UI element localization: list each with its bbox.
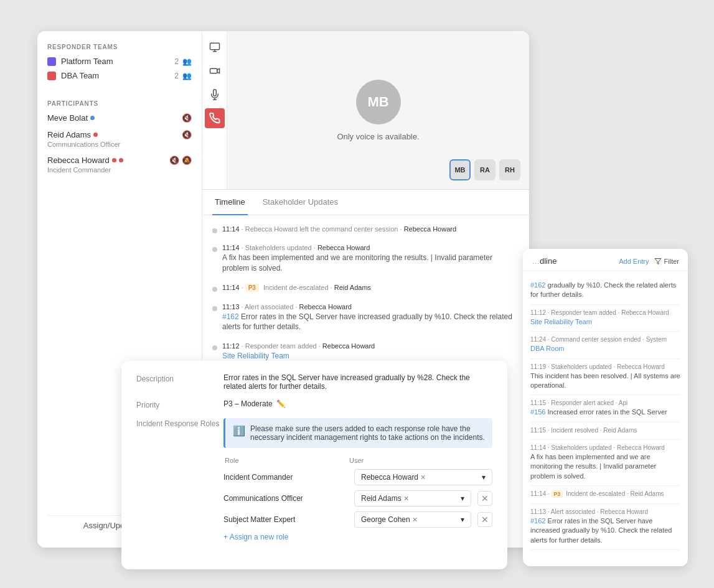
tl-item-2: 11:14 · P3 Incident de-escalated · Reid … (212, 279, 519, 298)
role-select-2[interactable]: George Cohen ✕ ▾ (354, 511, 471, 528)
team-count-platform: 2 (174, 57, 179, 66)
remove-user-0[interactable]: ✕ (420, 474, 426, 481)
p3-badge: P3 (245, 284, 259, 292)
role-row-2: Subject Matter Expert George Cohen ✕ ▾ ✕ (223, 511, 492, 528)
info-banner: ℹ️ Please make sure the users added to e… (223, 418, 492, 448)
form-row-incident-response: Incident Response Roles ℹ️ Please make s… (136, 418, 492, 541)
svg-marker-2 (655, 258, 661, 264)
edit-priority-icon[interactable]: ✏️ (276, 399, 286, 408)
tab-stakeholder[interactable]: Stakeholder Updates (260, 190, 341, 215)
team-name-dba: DBA Team (61, 71, 99, 80)
tl-item-0: 11:14 · Rebecca Howard left the command … (212, 220, 519, 239)
mini-avatar-ra[interactable]: RA (474, 159, 496, 180)
video-button[interactable] (205, 61, 225, 81)
tc-item-5: 11:15 · Incident resolved · Reid Adams (530, 422, 680, 440)
tc-link-0[interactable]: #162 (530, 281, 545, 289)
remove-user-1[interactable]: ✕ (403, 495, 409, 502)
tabs-row: Timeline Stakeholder Updates (202, 190, 529, 215)
right-panel-title: …dline (532, 256, 557, 266)
tc-meta-3: 11:19 · Stakeholders updated · Rebecca H… (530, 363, 680, 370)
tl-text-1: A fix has been implemented and we are mo… (222, 253, 519, 274)
team-item-dba[interactable]: DBA Team 2 👥 (47, 71, 192, 80)
assign-new-role-button[interactable]: + Assign a new role (223, 533, 492, 541)
tc-text-2: DBA Room (530, 344, 680, 353)
voice-only-text: Only voice is available. (337, 132, 419, 141)
incident-response-label: Incident Response Roles (136, 418, 223, 428)
tc-text-0: #162 gradually by %10. Check the related… (530, 281, 680, 300)
tab-timeline[interactable]: Timeline (212, 190, 248, 215)
mute-icon-meve[interactable]: 🔇 (182, 113, 192, 123)
description-value: Error rates in the SQL Server have incre… (223, 373, 492, 391)
info-icon: ℹ️ (233, 425, 245, 437)
add-entry-button[interactable]: Add Entry (619, 258, 649, 265)
tc-text-1: Site Reliability Team (530, 317, 680, 327)
priority-badge: P3 – Moderate ✏️ (223, 399, 286, 408)
participant-name-rebecca: Rebecca Howard (47, 156, 110, 165)
team-count-dba: 2 (174, 72, 179, 80)
tc-meta-4: 11:15 · Responder alert acked · Api (530, 399, 680, 406)
form-row-priority: Priority P3 – Moderate ✏️ (136, 399, 492, 409)
mini-avatar-mb[interactable]: MB (449, 159, 471, 180)
role-row-1: Communications Officer Reid Adams ✕ ▾ ✕ (223, 490, 492, 506)
svg-rect-1 (210, 68, 217, 73)
remove-user-2[interactable]: ✕ (412, 516, 418, 523)
tl-dot-4 (212, 345, 217, 350)
mute-icon-reid[interactable]: 🔇 (182, 130, 192, 139)
tl-text-3: #162 Error rates in the SQL Server have … (222, 312, 519, 333)
responder-teams-label: RESPONDER TEAMS (47, 44, 192, 50)
status-dot-reid (93, 133, 98, 137)
participant-name-reid: Reid Adams (47, 130, 91, 139)
p3-badge-tc: P3 (551, 490, 563, 498)
mic-button[interactable] (205, 85, 225, 105)
info-text: Please make sure the users added to each… (250, 424, 485, 442)
description-label: Description (136, 373, 223, 383)
right-panel-header: …dline Add Entry Filter (523, 249, 688, 271)
tl-dot-3 (212, 306, 217, 311)
hangup-button[interactable] (205, 108, 225, 128)
tc-link-4[interactable]: #156 (530, 408, 545, 416)
role-name-2: Subject Matter Expert (223, 515, 348, 524)
role-select-0[interactable]: Rebecca Howard ✕ ▾ (354, 469, 492, 485)
tc-meta-2: 11:24 · Command center session ended · S… (530, 336, 680, 343)
roles-header-user: User (349, 457, 491, 464)
screen-share-button[interactable] (205, 37, 225, 57)
mute-icon-rebecca[interactable]: 🔇 (169, 156, 179, 165)
participant-name-meve: Meve Bolat (47, 113, 88, 123)
video-controls (202, 31, 227, 189)
tl-text-4: Site Reliability Team (222, 351, 519, 362)
participant-reid: Reid Adams 🔇 Communications Officer (47, 130, 192, 148)
tl-meta-2: 11:14 · P3 Incident de-escalated · Reid … (222, 284, 519, 292)
tc-link-8[interactable]: #162 (530, 517, 545, 525)
responder-teams-section: RESPONDER TEAMS Platform Team 2 👥 DBA Te… (47, 44, 192, 85)
right-panel-title-prefix: … (532, 256, 540, 266)
remove-role-1[interactable]: ✕ (477, 491, 492, 506)
tc-text-8: #162 Error rates in the SQL Server have … (530, 516, 680, 545)
tl-dot-2 (212, 287, 217, 292)
tc-meta-1: 11:12 · Responder team added · Rebecca H… (530, 309, 680, 316)
priority-value: P3 – Moderate (223, 399, 273, 408)
tc-link-2[interactable]: DBA Room (530, 345, 564, 352)
participants-section: PARTICIPANTS Meve Bolat 🔇 Reid Adams (47, 100, 192, 181)
right-panel-content: #162 gradually by %10. Check the related… (523, 271, 688, 566)
filter-button[interactable]: Filter (654, 258, 679, 265)
team-item-platform[interactable]: Platform Team 2 👥 (47, 57, 192, 66)
tl-meta-0: 11:14 · Rebecca Howard left the command … (222, 225, 519, 233)
tc-link-1[interactable]: Site Reliability Team (530, 318, 592, 325)
remove-role-2[interactable]: ✕ (477, 512, 492, 527)
tc-item-2: 11:24 · Command center session ended · S… (530, 332, 680, 358)
mini-avatar-rh[interactable]: RH (499, 159, 520, 180)
video-avatar: MB (356, 80, 401, 124)
tl-item-3: 11:13 · Alert associated · Rebecca Howar… (212, 298, 519, 338)
tc-text-4: #156 Increased error rates in the SQL Se… (530, 408, 680, 417)
alert-link-3[interactable]: #162 (222, 312, 239, 321)
tc-item-0: #162 gradually by %10. Check the related… (530, 276, 680, 305)
role-select-1[interactable]: Reid Adams ✕ ▾ (354, 490, 471, 506)
role-row-0: Incident Commander Rebecca Howard ✕ ▾ (223, 469, 492, 485)
participant-role-rebecca: Incident Commander (47, 166, 192, 174)
tc-item-8: 11:13 · Alert associated · Rebecca Howar… (530, 504, 680, 550)
extra-icon-rebecca[interactable]: 🔕 (182, 156, 192, 165)
status-dot-rebecca-1 (112, 158, 116, 162)
team-link-4[interactable]: Site Reliability Team (222, 352, 289, 360)
tl-meta-4: 11:12 · Responder team added · Rebecca H… (222, 342, 519, 350)
participant-role-reid: Communications Officer (47, 141, 192, 148)
